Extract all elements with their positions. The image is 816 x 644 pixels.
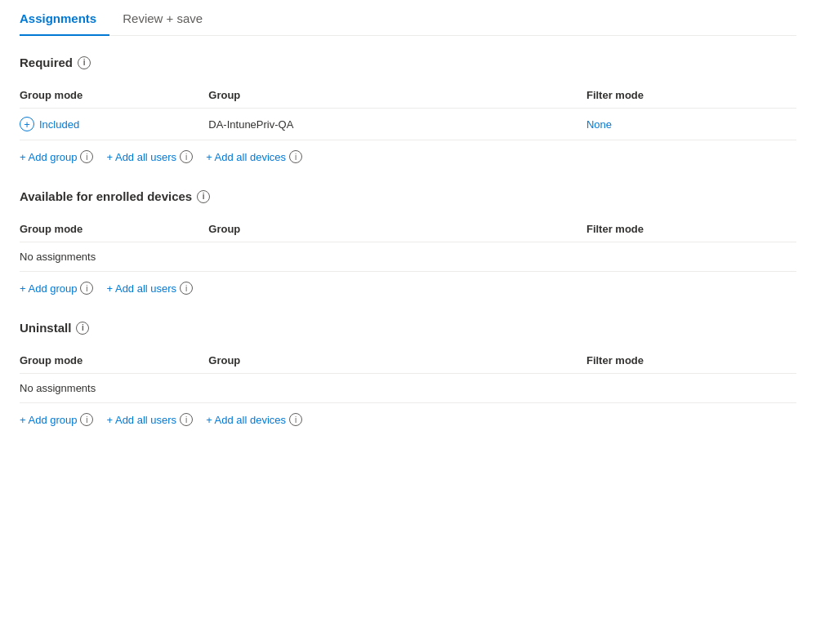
tab-bar: Assignments Review + save bbox=[20, 0, 796, 36]
filter-mode-cell: None bbox=[586, 109, 796, 140]
section-uninstall: Uninstall i Group mode Group Filter mode… bbox=[20, 321, 796, 426]
required-add-group-link[interactable]: + Add group bbox=[20, 151, 77, 163]
col-header-group-2: Group bbox=[208, 216, 586, 242]
uninstall-add-links: + Add group i + Add all users i + Add al… bbox=[20, 413, 796, 426]
available-add-group-info[interactable]: i bbox=[80, 282, 93, 295]
section-required: Required i Group mode Group Filter mode … bbox=[20, 56, 796, 163]
section-required-title: Required i bbox=[20, 56, 796, 69]
tab-assignments[interactable]: Assignments bbox=[20, 0, 109, 35]
col-header-group: Group bbox=[208, 82, 586, 109]
required-table: Group mode Group Filter mode + Included … bbox=[20, 82, 796, 140]
col-header-group-mode: Group mode bbox=[20, 82, 208, 109]
required-add-links: + Add group i + Add all users i + Add al… bbox=[20, 150, 796, 163]
filter-mode-link[interactable]: None bbox=[586, 118, 612, 131]
uninstall-add-group-info[interactable]: i bbox=[80, 413, 93, 426]
no-assignments-cell-2: No assignments bbox=[20, 374, 796, 403]
section-available-enrolled: Available for enrolled devices i Group m… bbox=[20, 189, 796, 295]
col-header-filter-3: Filter mode bbox=[586, 348, 796, 374]
col-header-group-mode-3: Group mode bbox=[20, 348, 208, 374]
required-add-group-info[interactable]: i bbox=[80, 150, 93, 163]
section-uninstall-title: Uninstall i bbox=[20, 321, 796, 335]
available-add-group-link[interactable]: + Add group bbox=[20, 282, 77, 295]
table-row: + Included DA-IntunePriv-QA None bbox=[20, 109, 796, 140]
col-header-group-mode-2: Group mode bbox=[20, 216, 208, 242]
table-row: No assignments bbox=[20, 242, 796, 272]
col-header-filter-mode: Filter mode bbox=[586, 82, 796, 109]
tab-review-save[interactable]: Review + save bbox=[123, 0, 216, 35]
available-add-users-info[interactable]: i bbox=[180, 282, 193, 295]
required-add-devices-info[interactable]: i bbox=[289, 150, 302, 163]
uninstall-add-all-users-link[interactable]: + Add all users bbox=[106, 414, 176, 426]
uninstall-add-users-info[interactable]: i bbox=[180, 413, 193, 426]
col-header-filter-2: Filter mode bbox=[586, 216, 796, 242]
available-info-icon[interactable]: i bbox=[197, 190, 210, 203]
col-header-group-3: Group bbox=[208, 348, 586, 374]
uninstall-add-group-link[interactable]: + Add group bbox=[20, 414, 77, 426]
available-table: Group mode Group Filter mode No assignme… bbox=[20, 216, 796, 272]
required-info-icon[interactable]: i bbox=[78, 56, 91, 69]
group-mode-cell: + Included bbox=[20, 109, 208, 140]
available-table-header: Group mode Group Filter mode bbox=[20, 216, 796, 242]
uninstall-add-all-devices-link[interactable]: + Add all devices bbox=[206, 414, 286, 426]
uninstall-info-icon[interactable]: i bbox=[76, 322, 89, 335]
included-link[interactable]: Included bbox=[39, 118, 79, 131]
required-add-users-info[interactable]: i bbox=[180, 150, 193, 163]
available-add-links: + Add group i + Add all users i bbox=[20, 282, 796, 295]
uninstall-table: Group mode Group Filter mode No assignme… bbox=[20, 348, 796, 403]
plus-circle-icon: + bbox=[20, 117, 34, 131]
no-assignments-cell: No assignments bbox=[20, 242, 796, 272]
section-available-title: Available for enrolled devices i bbox=[20, 189, 796, 203]
required-add-all-devices-link[interactable]: + Add all devices bbox=[206, 151, 286, 163]
available-add-all-users-link[interactable]: + Add all users bbox=[106, 282, 176, 295]
uninstall-add-devices-info[interactable]: i bbox=[289, 413, 302, 426]
group-cell: DA-IntunePriv-QA bbox=[208, 109, 586, 140]
table-row: No assignments bbox=[20, 374, 796, 403]
uninstall-table-header: Group mode Group Filter mode bbox=[20, 348, 796, 374]
required-table-header: Group mode Group Filter mode bbox=[20, 82, 796, 109]
required-add-all-users-link[interactable]: + Add all users bbox=[106, 151, 176, 163]
